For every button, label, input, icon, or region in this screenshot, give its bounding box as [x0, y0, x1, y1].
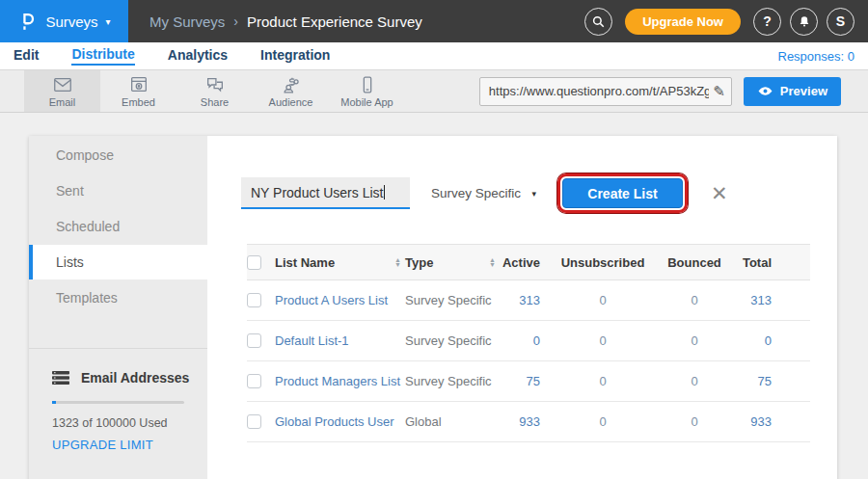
column-header-type: Type [405, 255, 433, 270]
active-count: 0 [500, 333, 540, 348]
channel-tab-label: Email [49, 96, 76, 108]
toolbar-right: https://www.questionpro.com/t/AP53kZgfo … [479, 77, 868, 106]
tab-analytics[interactable]: Analytics [168, 47, 228, 65]
channel-tab-embed[interactable]: Embed [100, 70, 176, 112]
list-name-link[interactable]: Global Products User [275, 414, 394, 429]
breadcrumb-my-surveys[interactable]: My Surveys [149, 13, 225, 30]
upgrade-limit-link[interactable]: UPGRADE LIMIT [29, 430, 207, 452]
list-name-link[interactable]: Default List-1 [275, 333, 349, 348]
survey-url-field[interactable]: https://www.questionpro.com/t/AP53kZgfo … [479, 77, 732, 106]
sidebar-item-label: Scheduled [56, 219, 120, 234]
breadcrumb-separator: › [233, 13, 238, 29]
column-header-bounced: Bounced [665, 255, 723, 270]
sidebar-item-scheduled[interactable]: Scheduled [29, 209, 207, 244]
list-type-cell: Global [405, 414, 442, 429]
responses-counter[interactable]: Responses: 0 [778, 49, 855, 64]
channel-tab-label: Embed [122, 96, 155, 108]
sort-icon[interactable]: ▲▼ [489, 257, 496, 267]
channel-tab-email[interactable]: Email [24, 70, 100, 112]
help-icon: ? [763, 13, 772, 29]
sidebar-item-label: Sent [56, 183, 84, 199]
preview-button[interactable]: Preview [744, 77, 841, 106]
survey-nav: Edit Distribute Analytics Integration Re… [0, 42, 868, 69]
channel-tab-label: Audience [269, 96, 313, 108]
channel-tab-audience[interactable]: Audience [253, 70, 329, 112]
email-lists-card: Compose Sent Scheduled Lists Templates [29, 136, 837, 479]
tab-edit[interactable]: Edit [14, 47, 39, 65]
upgrade-now-button[interactable]: Upgrade Now [625, 9, 741, 35]
table-row: Default List-1 Survey Specific 0 0 0 0 [247, 321, 810, 361]
tab-integration[interactable]: Integration [260, 47, 330, 65]
row-checkbox[interactable] [247, 333, 261, 348]
search-icon [591, 14, 606, 29]
sidebar-item-lists[interactable]: Lists [29, 245, 207, 279]
create-list-button[interactable]: Create List [562, 178, 683, 208]
sidebar-item-label: Compose [56, 147, 114, 163]
header-actions: Upgrade Now ? S [584, 8, 868, 36]
table-row: Product A Users List Survey Specific 313… [247, 280, 810, 321]
list-type-value: Survey Specific [431, 186, 521, 200]
channel-tab-label: Share [201, 96, 229, 108]
breadcrumb-current-survey: Product Experience Survey [247, 13, 422, 30]
chevron-down-icon: ▾ [106, 16, 111, 27]
avatar-letter: S [836, 13, 845, 29]
table-header-row: List Name ▲▼ Type ▲▼ Active Unsubscribed… [247, 244, 810, 280]
surveys-product-menu[interactable]: Surveys ▾ [0, 0, 128, 42]
edit-url-pencil-icon[interactable]: ✎ [709, 83, 725, 100]
mobile-app-icon [357, 75, 378, 94]
tab-distribute[interactable]: Distribute [71, 46, 134, 66]
share-icon [204, 75, 226, 94]
row-checkbox[interactable] [247, 374, 261, 388]
list-name-link[interactable]: Product A Users List [275, 293, 388, 307]
list-type-cell: Survey Specific [405, 293, 492, 307]
list-type-dropdown[interactable]: Survey Specific ▾ [421, 186, 540, 200]
total-count: 0 [723, 333, 795, 348]
breadcrumb: My Surveys › Product Experience Survey [149, 13, 422, 30]
sort-icon[interactable]: ▲▼ [394, 257, 401, 267]
notifications-button[interactable] [790, 8, 818, 36]
app-window: Surveys ▾ My Surveys › Product Experienc… [0, 0, 868, 479]
preview-label: Preview [780, 84, 827, 98]
column-header-total: Total [723, 255, 795, 270]
email-addresses-icon [52, 370, 69, 386]
unsubscribed-count: 0 [540, 414, 665, 429]
help-button[interactable]: ? [753, 8, 781, 36]
total-count: 933 [723, 414, 795, 429]
list-name-link[interactable]: Product Managers List [275, 374, 400, 388]
sidebar-item-compose[interactable]: Compose [29, 138, 207, 173]
active-count: 75 [500, 374, 540, 388]
channel-tab-label: Mobile App [340, 96, 393, 108]
active-count: 313 [500, 293, 540, 307]
search-button[interactable] [584, 8, 612, 36]
email-sidebar: Compose Sent Scheduled Lists Templates [29, 136, 207, 479]
usage-progress-fill [52, 401, 56, 404]
lists-main-panel: NY Product Users List Survey Specific ▾ … [207, 136, 837, 479]
total-count: 75 [723, 374, 795, 388]
row-checkbox[interactable] [247, 414, 261, 429]
product-menu-label: Surveys [45, 13, 97, 30]
unsubscribed-count: 0 [540, 333, 665, 348]
active-count: 933 [500, 414, 540, 429]
chevron-down-icon: ▾ [531, 189, 536, 199]
list-name-input[interactable]: NY Product Users List [241, 177, 410, 209]
unsubscribed-count: 0 [540, 293, 665, 307]
text-caret [384, 185, 385, 200]
table-row: Product Managers List Survey Specific 75… [247, 361, 810, 402]
survey-url-value: https://www.questionpro.com/t/AP53kZgfo [489, 84, 709, 98]
bounced-count: 0 [665, 333, 723, 348]
channel-tab-mobile-app[interactable]: Mobile App [329, 70, 405, 112]
select-all-checkbox[interactable] [247, 255, 261, 270]
user-avatar[interactable]: S [827, 8, 854, 36]
sidebar-item-sent[interactable]: Sent [29, 173, 207, 208]
bounced-count: 0 [665, 414, 723, 429]
unsubscribed-count: 0 [540, 374, 665, 388]
embed-icon [128, 75, 149, 94]
email-addresses-title: Email Addresses [81, 370, 189, 386]
email-addresses-header: Email Addresses [29, 349, 207, 386]
sidebar-item-templates[interactable]: Templates [29, 280, 207, 315]
total-count: 313 [723, 293, 795, 307]
channel-tab-share[interactable]: Share [176, 70, 253, 112]
close-icon[interactable]: ✕ [711, 183, 728, 203]
row-checkbox[interactable] [247, 293, 261, 307]
usage-progress-bar [52, 401, 184, 404]
